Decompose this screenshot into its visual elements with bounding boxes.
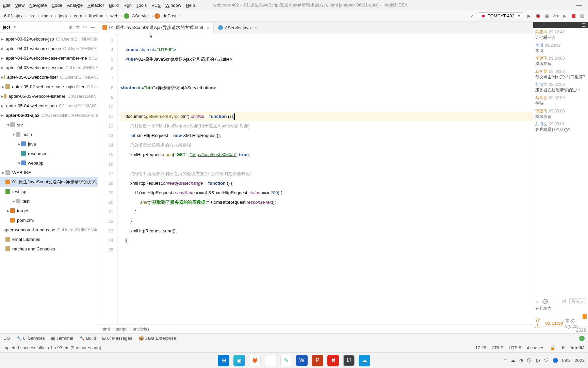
bc-5[interactable]: itheima — [88, 13, 105, 18]
close-icon[interactable]: × — [254, 25, 257, 30]
debug-icon[interactable]: 🐞 — [535, 13, 541, 19]
bc-7[interactable]: AServlet — [131, 13, 150, 18]
app1-icon[interactable]: ✎ — [280, 355, 292, 366]
coverage-icon[interactable]: ▦ — [544, 13, 550, 19]
line-sep[interactable]: CRLF — [492, 345, 503, 350]
menu-window[interactable]: Window — [165, 3, 181, 8]
tree-module[interactable]: ▸apter-05-04-webcore-jsonC:\Users\SHINIA… — [0, 101, 98, 110]
bc-0[interactable]: 6-01-ajax — [3, 13, 24, 18]
stop-icon[interactable] — [570, 13, 576, 19]
chat-input[interactable] — [535, 305, 586, 312]
tree-module[interactable]: ▸apter-06-01-ajaxC:\Users\SHINIAN\IdeaPr… — [0, 110, 98, 120]
chat-all[interactable]: 所有人 — [569, 298, 586, 304]
bc-3[interactable]: java — [58, 13, 68, 18]
menu-view[interactable]: View — [15, 3, 24, 8]
tray[interactable]: ⌃☁◔ⓛ⏻🛡🔵09:32022 — [503, 357, 585, 364]
indent[interactable]: 4 spaces — [527, 345, 544, 350]
bc-1[interactable]: src — [28, 13, 37, 18]
profile-icon[interactable]: ⟳▾ — [553, 13, 559, 19]
menu-build[interactable]: Build — [109, 3, 119, 8]
chrome-icon[interactable]: ◉ — [265, 355, 276, 366]
tree-item[interactable]: 01-原生JavaScript发送Ajax异步请求的方式 — [0, 177, 98, 187]
firefox-icon[interactable]: 🦊 — [249, 355, 261, 366]
crumb-script[interactable]: script — [113, 326, 127, 332]
code-editor[interactable]: <meta charset="UTF-8"> <title>01-原生JavaS… — [118, 33, 533, 324]
tree-item[interactable]: ▸target — [0, 206, 98, 215]
menu-tools[interactable]: Tools — [136, 3, 147, 8]
tree-item[interactable]: apter-webcore-brand-caseC:\Users\SHINIAN… — [0, 225, 98, 234]
tree-item[interactable]: ▸java — [0, 139, 98, 149]
tree-item[interactable]: ▸WEB-INF — [0, 168, 98, 177]
menu-analyze[interactable]: Analyze — [67, 3, 83, 8]
crumb-html[interactable]: html — [101, 326, 110, 332]
attach-icon[interactable]: ▶ — [561, 13, 568, 19]
run-icon[interactable]: ▶ — [526, 13, 532, 19]
close-icon[interactable]: × — [207, 25, 209, 30]
tab-java-label: AServlet.java — [225, 25, 251, 30]
inspect-icon[interactable]: 👁 — [561, 345, 565, 350]
menu-navigate[interactable]: Navigate — [29, 3, 47, 8]
menu-help[interactable]: Help — [186, 3, 195, 8]
event-badge[interactable]: 1 — [579, 336, 585, 341]
bc-8[interactable]: doPost — [161, 13, 178, 18]
tree-item[interactable]: ▾src — [0, 120, 98, 129]
tree-item[interactable]: ratches and Consoles — [0, 244, 98, 254]
ts-javaee[interactable]: 📦 Java Enterprise — [138, 336, 176, 341]
hide-icon[interactable]: — — [91, 25, 95, 30]
caret-pos[interactable]: 17:28 — [475, 345, 486, 350]
tree-item[interactable]: ▸test — [0, 196, 98, 206]
tree-module[interactable]: ▸apter-04-01-webcore-cookieC:\Users\SHIN… — [0, 44, 98, 53]
ts-terminal[interactable]: ▣ Terminal — [51, 336, 73, 341]
cloud-icon[interactable]: ☁ — [359, 355, 370, 366]
tree-module[interactable]: ▸apter-03-02-webcore-jspC:\Users\SHINIAN… — [0, 34, 98, 44]
bc-6[interactable]: web — [109, 13, 120, 18]
menu-refactor[interactable]: Refactor — [87, 3, 104, 8]
window-minimize-icon[interactable]: — — [576, 2, 582, 9]
bc-4[interactable]: com — [72, 13, 84, 18]
word-icon[interactable]: W — [296, 355, 308, 366]
bc-2[interactable]: main — [41, 13, 53, 18]
ts-messages[interactable]: ⊞ 0: Messages — [102, 336, 132, 341]
app2-icon[interactable]: ✖ — [327, 355, 339, 366]
collapse-icon[interactable]: ⇆ — [76, 25, 80, 30]
tree-item[interactable]: pom.xml — [0, 215, 98, 225]
chat-icon[interactable]: 💬 — [542, 299, 548, 304]
tree-item[interactable]: ▾webapp — [0, 158, 98, 168]
tree-item[interactable]: resources — [0, 149, 98, 158]
lock-icon[interactable]: 🔒 — [550, 345, 555, 350]
layout-icon[interactable]: ▥ — [579, 13, 585, 19]
smile-icon[interactable]: ☺ — [535, 299, 540, 304]
menu-edit[interactable]: Edit — [3, 3, 10, 8]
line-gutter[interactable]: 345678910111213141516171819202122232425 — [98, 33, 118, 324]
ppt-icon[interactable]: P — [312, 355, 323, 366]
back-icon[interactable]: ↙ — [469, 13, 475, 19]
menu-vcs[interactable]: VCS — [151, 3, 161, 8]
project-tree[interactable]: ▸apter-03-02-webcore-jspC:\Users\SHINIAN… — [0, 33, 98, 333]
ts-todo[interactable]: DO — [3, 336, 10, 341]
locate-icon[interactable]: ⊕ — [69, 25, 72, 30]
tree-module[interactable]: ▸apter-05-02-webcore-case-login-filterC:… — [0, 82, 98, 91]
tab-java[interactable]: AServlet.java × — [214, 22, 261, 33]
edge-icon[interactable]: ◉ — [233, 355, 245, 366]
tree-module[interactable]: ▸apter-04-02-webcore-case-remember-meC:\… — [0, 53, 98, 63]
chat-message: 李琪09:23:49等待 — [535, 43, 586, 54]
tree-item[interactable]: test.jsp — [0, 187, 98, 196]
tree-item[interactable]: ernal Libraries — [0, 234, 98, 244]
menu-code[interactable]: Code — [52, 3, 62, 8]
tree-item[interactable]: ▾main — [0, 129, 98, 139]
hamburger-icon[interactable]: ☰ — [582, 22, 586, 28]
tab-html[interactable]: 01-原生JavaScript发送Ajax异步请求的方式.html × — [98, 22, 214, 33]
menu-run[interactable]: Run — [124, 3, 132, 8]
intellij-icon[interactable]: IJ — [343, 355, 355, 366]
run-config-select[interactable]: TOMCAT-402 — [478, 12, 523, 19]
crumb-onclick[interactable]: onclick() — [130, 326, 149, 332]
gear-icon[interactable]: ⚙ — [83, 25, 87, 30]
tree-module[interactable]: ▸apter-05-01-webcore-filterC:\Users\SHIN… — [0, 72, 98, 82]
tree-module[interactable]: ▸apter-05-03-webcore-listenerC:\Users\SH… — [0, 91, 98, 101]
tree-module[interactable]: ▸apter-04-03-webcore-sessionC:\Users\SHI… — [0, 63, 98, 72]
chat-to[interactable]: 对 — [562, 299, 567, 304]
start-icon[interactable]: ⊞ — [218, 355, 229, 366]
ts-services[interactable]: 🔧 6: Services — [16, 336, 45, 341]
encoding[interactable]: UTF-8 — [509, 345, 521, 350]
ts-build[interactable]: 🔨 Build — [79, 336, 96, 341]
